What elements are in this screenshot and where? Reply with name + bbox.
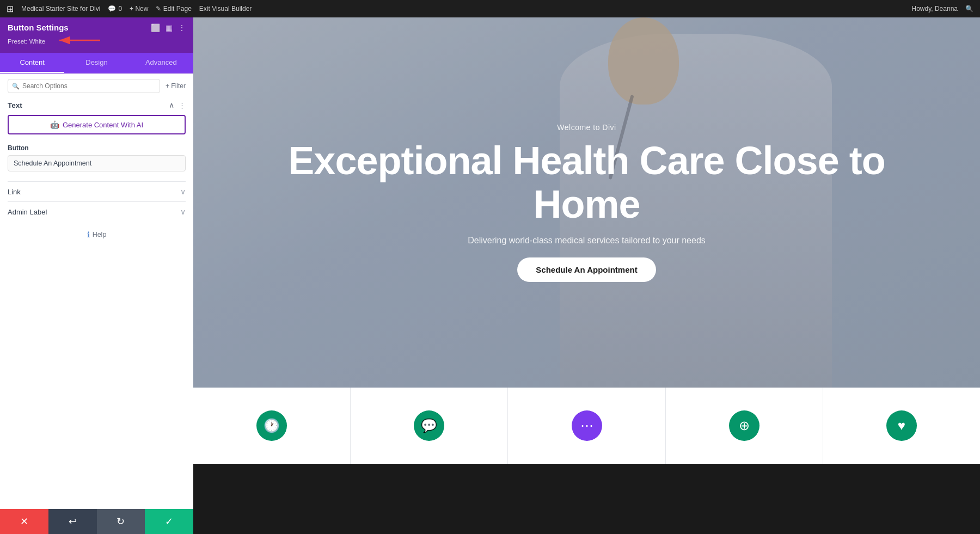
undo-icon: ↩ [69,515,77,527]
tab-design[interactable]: Design [64,53,128,73]
cards-section: 🕐 💬 ⋯ ⊕ ♥ [193,388,980,464]
filter-button[interactable]: + Filter [166,82,186,90]
link-section-label: Link [8,188,21,196]
cancel-button[interactable]: ✕ [0,509,48,534]
button-section-label: Button [8,144,186,152]
search-bar: 🔍 + Filter [8,79,186,93]
hero-content: Welcome to Divi Exceptional Health Care … [193,17,980,388]
tab-advanced[interactable]: Advanced [129,53,193,73]
card-dots-icon: ⋯ [572,410,602,441]
hero-title: Exceptional Health Care Close to Home [237,139,936,225]
user-greeting: Howdy, Deanna [912,5,958,13]
search-input[interactable] [8,79,160,93]
admin-label-section: Admin Label ∨ [8,201,186,222]
card-plus-icon: ⊕ [729,410,759,441]
help-label: Help [93,231,107,238]
link-section-header[interactable]: Link ∨ [8,187,186,196]
bottom-toolbar: ✕ ↩ ↻ ✓ [0,509,193,534]
site-name[interactable]: Medical Starter Site for Divi [21,5,100,13]
panel-preview-icon[interactable]: ⬜ [151,23,160,32]
wp-logo-icon[interactable]: ⊞ [7,4,14,14]
admin-chevron-icon: ∨ [180,207,186,216]
panel-body: 🔍 + Filter Text ∧ ⋮ 🤖 Generate Content W… [0,73,193,509]
link-chevron-icon: ∨ [180,187,186,196]
edit-page-btn[interactable]: ✎ Edit Page [156,5,191,13]
red-arrow-annotation [54,34,103,46]
admin-search-icon[interactable]: 🔍 [965,5,973,13]
card-heart-icon: ♥ [886,410,917,441]
card-item-3: ⋯ [508,388,665,464]
wp-admin-bar: ⊞ Medical Starter Site for Divi 💬 0 + Ne… [0,0,980,17]
text-more-icon[interactable]: ⋮ [179,101,186,109]
comment-count[interactable]: 💬 0 [108,5,122,13]
link-section: Link ∨ [8,181,186,201]
save-button[interactable]: ✓ [145,509,193,534]
panel-layout-icon[interactable]: ▦ [166,23,173,32]
search-icon: 🔍 [12,83,20,90]
text-section-header: Text ∧ ⋮ [8,101,186,109]
hero-welcome-text: Welcome to Divi [557,123,616,132]
hero-section: Welcome to Divi Exceptional Health Care … [193,17,980,388]
exit-builder-btn[interactable]: Exit Visual Builder [199,5,252,13]
preview-area: Welcome to Divi Exceptional Health Care … [193,17,980,534]
card-clock-icon: 🕐 [256,410,287,441]
panel-tabs: Content Design Advanced [0,53,193,73]
panel-title: Button Settings [8,23,69,32]
hero-cta-button[interactable]: Schedule An Appointment [517,257,656,282]
text-section-label: Text [8,101,22,109]
card-chat-icon: 💬 [414,410,444,441]
panel-header: Button Settings ⬜ ▦ ⋮ Preset: White [0,17,193,53]
new-menu[interactable]: + New [130,5,148,13]
comment-icon: 💬 [108,5,116,13]
help-circle-icon: ℹ [87,230,90,239]
admin-label-text: Admin Label [8,208,47,216]
preset-label[interactable]: Preset: White [8,38,45,45]
card-item-5: ♥ [823,388,980,464]
save-icon: ✓ [165,515,173,527]
card-item-2: 💬 [351,388,508,464]
panel-more-icon[interactable]: ⋮ [178,23,186,32]
ai-generate-label: Generate Content With AI [63,121,143,129]
ai-generate-button[interactable]: 🤖 Generate Content With AI [8,115,186,134]
cancel-icon: ✕ [20,515,28,527]
settings-panel: Button Settings ⬜ ▦ ⋮ Preset: White [0,17,193,534]
admin-label-header[interactable]: Admin Label ∨ [8,207,186,216]
button-text-input[interactable] [8,155,186,171]
card-item-1: 🕐 [193,388,351,464]
undo-button[interactable]: ↩ [48,509,97,534]
hero-subtitle: Delivering world-class medical services … [468,236,706,245]
redo-icon: ↻ [117,515,125,527]
ai-icon: 🤖 [50,120,59,129]
redo-button[interactable]: ↻ [97,509,145,534]
text-collapse-icon[interactable]: ∧ [169,101,174,109]
tab-content[interactable]: Content [0,53,64,73]
card-item-4: ⊕ [666,388,823,464]
help-button[interactable]: ℹ Help [8,230,186,239]
